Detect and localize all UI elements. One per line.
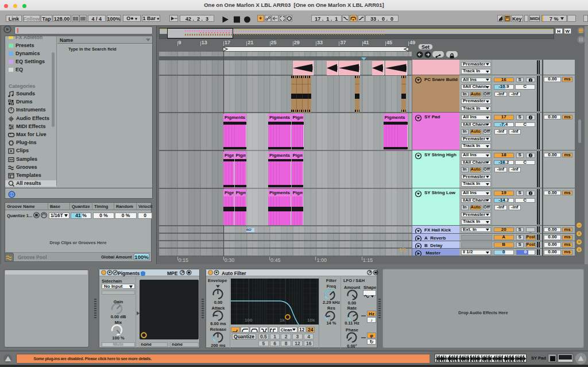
svg-text:10k: 10k — [307, 318, 315, 323]
svg-text:1k: 1k — [280, 318, 285, 323]
svg-text:I-O: I-O — [578, 225, 581, 227]
svg-text:D: D — [578, 248, 581, 251]
svg-text:M: M — [578, 240, 580, 244]
svg-text:100: 100 — [245, 318, 253, 323]
svg-text:R: R — [578, 231, 581, 235]
